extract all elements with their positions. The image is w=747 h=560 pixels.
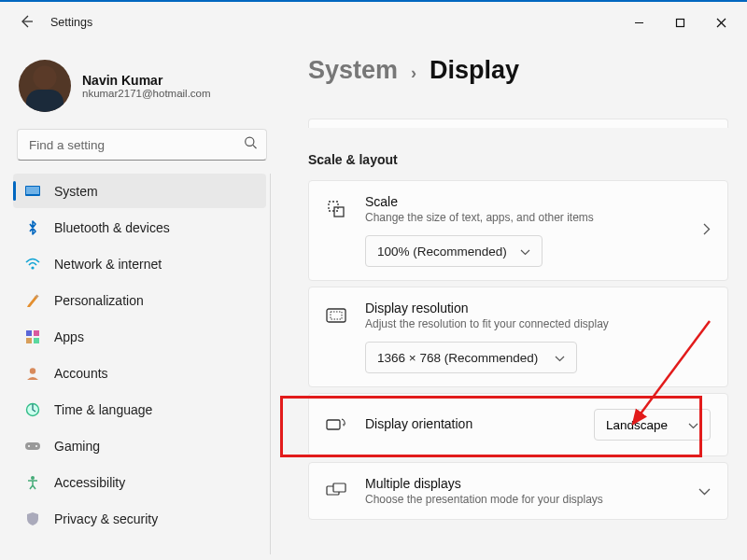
nav-label: Time & language xyxy=(54,402,152,417)
accessibility-icon xyxy=(24,474,41,491)
multiple-displays-icon xyxy=(326,483,346,499)
titlebar: Settings xyxy=(0,2,747,43)
svg-rect-26 xyxy=(333,483,345,492)
svg-point-14 xyxy=(30,368,35,373)
back-button[interactable] xyxy=(19,14,34,32)
close-button[interactable] xyxy=(700,7,741,37)
svg-rect-10 xyxy=(26,330,32,336)
nav-label: Network & internet xyxy=(54,257,162,272)
svg-point-8 xyxy=(31,266,34,269)
resolution-dropdown[interactable]: 1366 × 768 (Recommended) xyxy=(365,342,577,373)
user-email: nkumar2171@hotmail.com xyxy=(82,88,211,99)
window-controls xyxy=(618,7,741,37)
chevron-down-icon xyxy=(698,483,711,499)
scale-card[interactable]: Scale Change the size of text, apps, and… xyxy=(308,180,728,281)
svg-point-18 xyxy=(35,445,37,447)
breadcrumb: System › Display xyxy=(308,56,728,85)
nav-label: Apps xyxy=(54,329,84,344)
svg-line-5 xyxy=(253,145,257,148)
svg-point-4 xyxy=(246,137,254,146)
svg-rect-11 xyxy=(34,330,39,336)
orientation-dropdown[interactable]: Landscape xyxy=(594,409,711,441)
scale-value: 100% (Recommended) xyxy=(377,245,507,259)
svg-rect-16 xyxy=(25,442,40,450)
nav-network[interactable]: Network & internet xyxy=(13,246,266,281)
main-panel: System › Display Scale & layout Scale Ch… xyxy=(280,43,747,560)
svg-rect-23 xyxy=(331,312,342,319)
svg-rect-21 xyxy=(334,207,344,217)
scale-icon xyxy=(326,200,346,218)
resolution-icon xyxy=(326,308,346,323)
nav-label: Bluetooth & devices xyxy=(54,220,170,235)
multiple-displays-card[interactable]: Multiple displays Choose the presentatio… xyxy=(308,462,728,520)
nav-label: Accessibility xyxy=(54,475,125,490)
svg-point-19 xyxy=(31,476,35,480)
nav-system[interactable]: System xyxy=(13,174,266,208)
orientation-card: Display orientation Landscape xyxy=(308,393,728,456)
svg-point-17 xyxy=(28,445,30,447)
svg-rect-1 xyxy=(676,19,684,26)
svg-rect-7 xyxy=(26,187,39,194)
svg-rect-22 xyxy=(327,309,345,322)
svg-rect-24 xyxy=(327,420,340,429)
orientation-title: Display orientation xyxy=(365,416,472,431)
nav-personalization[interactable]: Personalization xyxy=(13,283,266,317)
privacy-icon xyxy=(24,511,41,527)
nav-bluetooth[interactable]: Bluetooth & devices xyxy=(13,210,266,245)
multiple-subtitle: Choose the presentation mode for your di… xyxy=(365,493,711,506)
nav-privacy[interactable]: Privacy & security xyxy=(13,501,266,536)
svg-rect-12 xyxy=(26,338,32,343)
gaming-icon xyxy=(24,438,41,455)
resolution-subtitle: Adjust the resolution to fit your connec… xyxy=(365,317,711,330)
nav-label: Gaming xyxy=(54,439,100,454)
scale-title: Scale xyxy=(365,194,711,209)
personalization-icon xyxy=(24,292,41,309)
breadcrumb-current: Display xyxy=(430,56,519,85)
chevron-right-icon xyxy=(703,222,711,239)
prev-card-edge xyxy=(308,119,728,128)
nav-accessibility[interactable]: Accessibility xyxy=(13,465,266,499)
chevron-down-icon xyxy=(688,418,698,432)
search-input[interactable] xyxy=(17,129,267,161)
nav-time-language[interactable]: Time & language xyxy=(13,392,266,427)
svg-rect-20 xyxy=(329,202,338,211)
maximize-button[interactable] xyxy=(659,7,700,37)
system-icon xyxy=(24,183,41,200)
resolution-card: Display resolution Adjust the resolution… xyxy=(308,287,728,387)
nav-label: Privacy & security xyxy=(54,511,158,526)
scale-subtitle: Change the size of text, apps, and other… xyxy=(365,211,711,224)
nav-label: Personalization xyxy=(54,293,144,308)
breadcrumb-parent[interactable]: System xyxy=(308,56,398,85)
chevron-right-icon: › xyxy=(411,63,416,83)
avatar xyxy=(19,60,71,112)
section-title: Scale & layout xyxy=(308,152,728,167)
orientation-icon xyxy=(326,416,346,433)
time-language-icon xyxy=(24,401,41,418)
scale-dropdown[interactable]: 100% (Recommended) xyxy=(365,235,543,267)
nav-label: System xyxy=(54,184,98,199)
resolution-title: Display resolution xyxy=(365,301,711,315)
resolution-value: 1366 × 768 (Recommended) xyxy=(377,351,538,365)
nav-apps[interactable]: Apps xyxy=(13,319,266,354)
nav-list: System Bluetooth & devices Network & int… xyxy=(13,174,271,554)
sidebar: Navin Kumar nkumar2171@hotmail.com Syste… xyxy=(0,43,280,560)
orientation-value: Landscape xyxy=(606,418,668,432)
accounts-icon xyxy=(24,365,41,382)
app-title: Settings xyxy=(50,16,92,29)
multiple-title: Multiple displays xyxy=(365,476,711,491)
network-icon xyxy=(24,256,41,273)
bluetooth-icon xyxy=(24,219,41,236)
apps-icon xyxy=(24,329,41,345)
nav-accounts[interactable]: Accounts xyxy=(13,356,266,390)
user-name: Navin Kumar xyxy=(82,73,211,88)
nav-label: Accounts xyxy=(54,366,108,381)
chevron-down-icon xyxy=(520,245,530,259)
minimize-button[interactable] xyxy=(618,7,659,37)
svg-rect-13 xyxy=(34,338,39,343)
chevron-down-icon xyxy=(555,351,565,365)
search-icon xyxy=(244,136,258,154)
nav-gaming[interactable]: Gaming xyxy=(13,428,266,463)
profile-block[interactable]: Navin Kumar nkumar2171@hotmail.com xyxy=(13,54,271,125)
